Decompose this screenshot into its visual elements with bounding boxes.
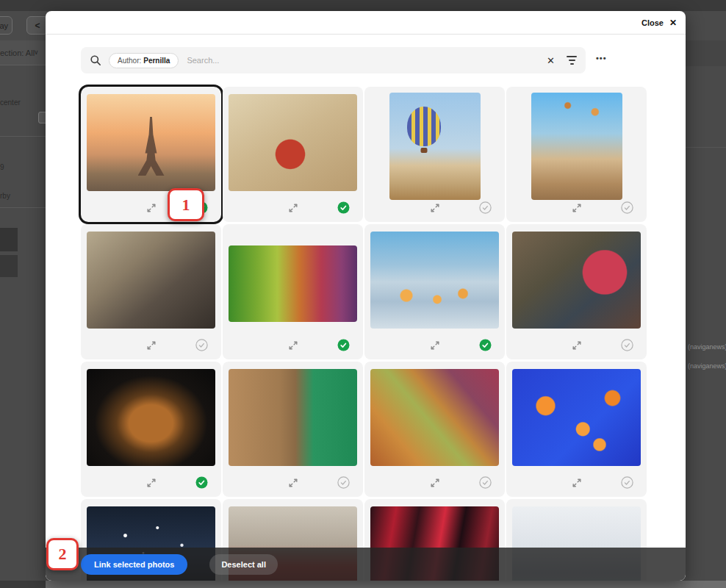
double-decker-bus-tile[interactable] — [81, 224, 221, 359]
photo-thumbnail-wrap — [229, 230, 357, 337]
background-bottom-strip — [46, 581, 726, 588]
expand-icon[interactable] — [572, 478, 582, 488]
filter-icon[interactable] — [567, 56, 577, 65]
photo-thumbnail-wrap — [370, 230, 499, 337]
woman-red-dress-tile[interactable] — [223, 87, 363, 222]
paris-eiffel-tower-thumbnail[interactable] — [87, 94, 215, 191]
background-right-panel: (naviganews) (naviganews) — [686, 11, 726, 581]
selection-action-bar: Link selected photos Deselect all — [46, 548, 686, 581]
photo-thumbnail-wrap — [370, 93, 499, 200]
photo-thumbnail-wrap — [229, 368, 357, 475]
fruit-crates-market-thumbnail[interactable] — [370, 369, 499, 466]
unselected-check-icon[interactable] — [337, 476, 350, 489]
expand-icon[interactable] — [146, 203, 157, 213]
fruit-crates-market-tile[interactable] — [364, 362, 505, 497]
tile-footer — [229, 337, 357, 359]
berries-bowls-thumbnail[interactable] — [512, 232, 641, 329]
photo-thumbnail-wrap — [87, 368, 215, 475]
woman-red-dress-thumbnail[interactable] — [229, 94, 357, 191]
cappadocia-balloons-view-tile[interactable] — [506, 87, 647, 222]
author-filter-chip[interactable]: Author: Pernilla — [109, 53, 179, 68]
unselected-check-icon[interactable] — [621, 339, 633, 351]
background-left-panel: ay < ection: All ∨ center 9 rby — [0, 11, 46, 581]
photo-thumbnail-wrap — [229, 93, 357, 200]
annotation-step-1-badge: 1 — [168, 188, 204, 221]
background-play-button: ay — [0, 16, 12, 35]
tile-footer — [370, 475, 499, 497]
orange-berries-blue-sky-tile[interactable] — [506, 362, 647, 497]
hot-air-balloon-thumbnail[interactable] — [389, 93, 481, 200]
tile-footer — [87, 475, 215, 497]
tile-footer — [370, 337, 499, 359]
double-decker-bus-thumbnail[interactable] — [87, 232, 215, 329]
unselected-check-icon[interactable] — [479, 201, 492, 214]
elephant-calf-keeper-tile[interactable] — [223, 362, 363, 497]
colorful-produce-thumbnail[interactable] — [229, 245, 357, 322]
lofoten-winter-village-tile[interactable] — [364, 224, 505, 359]
search-icon — [90, 54, 101, 66]
chevron-down-icon: ∨ — [34, 49, 39, 56]
colorful-produce-tile[interactable] — [223, 224, 363, 359]
annotation-step-2-badge: 2 — [46, 538, 79, 570]
selected-check-icon[interactable] — [337, 339, 350, 351]
photo-thumbnail-wrap — [512, 368, 641, 475]
selected-check-icon[interactable] — [337, 201, 350, 214]
photo-thumbnail-wrap — [512, 93, 641, 200]
unselected-check-icon[interactable] — [621, 476, 633, 489]
expand-icon[interactable] — [572, 340, 582, 351]
photo-grid — [81, 87, 649, 581]
elephant-calf-keeper-thumbnail[interactable] — [229, 369, 357, 466]
clear-search-icon[interactable]: ✕ — [547, 55, 555, 66]
unselected-check-icon[interactable] — [479, 476, 492, 489]
expand-icon[interactable] — [430, 478, 440, 488]
cappadocia-balloons-view-thumbnail[interactable] — [531, 93, 622, 200]
tile-footer — [512, 200, 641, 222]
tile-footer — [512, 475, 641, 497]
expand-icon[interactable] — [288, 478, 298, 488]
background-top-strip — [0, 0, 726, 11]
link-selected-photos-button[interactable]: Link selected photos — [81, 554, 187, 575]
hot-air-balloon-tile[interactable] — [364, 87, 505, 222]
berries-bowls-tile[interactable] — [506, 224, 647, 359]
chip-prefix-label: Author: — [118, 57, 141, 65]
close-icon: ✕ — [669, 18, 677, 28]
selected-check-icon[interactable] — [479, 339, 492, 351]
photo-thumbnail-wrap — [87, 230, 215, 337]
deselect-all-button[interactable]: Deselect all — [209, 554, 278, 575]
photo-thumbnail-wrap — [370, 368, 499, 475]
expand-icon[interactable] — [430, 340, 440, 351]
gourmet-burger-thumbnail[interactable] — [87, 369, 215, 466]
eiffel-silhouette — [138, 117, 165, 176]
expand-icon[interactable] — [288, 340, 298, 351]
close-button[interactable]: Close ✕ — [641, 18, 677, 28]
gourmet-burger-tile[interactable] — [81, 362, 221, 497]
background-source-tag: (naviganews) — [688, 362, 726, 370]
more-options-button[interactable]: ••• — [596, 54, 607, 62]
unselected-check-icon[interactable] — [621, 201, 633, 214]
photo-thumbnail-wrap — [512, 230, 641, 337]
expand-icon[interactable] — [288, 203, 298, 213]
search-bar[interactable]: Author: Pernilla Search... ✕ — [81, 47, 586, 74]
background-row-number: 9 — [0, 163, 4, 171]
photo-thumbnail-wrap — [87, 93, 215, 200]
background-center-label: center — [0, 98, 21, 107]
modal-header: Close ✕ — [46, 11, 686, 35]
selected-check-icon[interactable] — [195, 476, 208, 489]
divider — [686, 147, 726, 148]
divider — [0, 65, 46, 65]
unselected-check-icon[interactable] — [195, 339, 208, 351]
expand-icon[interactable] — [572, 203, 582, 213]
expand-icon[interactable] — [430, 203, 440, 213]
search-input[interactable]: Search... — [187, 56, 547, 65]
tile-footer — [229, 475, 357, 497]
photo-picker-modal: Close ✕ Author: Pernilla Search... ✕ ••• — [46, 11, 686, 581]
background-bottom-strip — [0, 581, 46, 588]
lofoten-winter-village-thumbnail[interactable] — [370, 232, 499, 329]
orange-berries-blue-sky-thumbnail[interactable] — [512, 369, 641, 466]
close-button-label: Close — [641, 18, 664, 27]
background-sort-label: rby — [0, 192, 10, 200]
expand-icon[interactable] — [146, 340, 157, 351]
tile-footer — [229, 200, 357, 222]
expand-icon[interactable] — [146, 478, 157, 488]
background-collection-filter: ection: All — [0, 49, 35, 57]
